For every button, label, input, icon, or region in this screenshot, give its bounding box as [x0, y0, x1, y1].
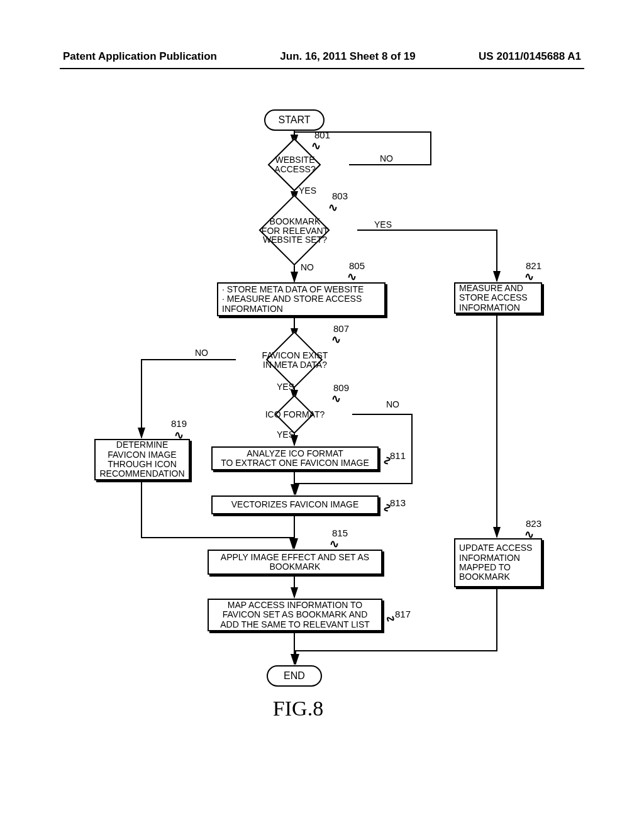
process-811: ANALYZE ICO FORMAT TO EXTRACT ONE FAVICO… — [211, 446, 379, 470]
ref-821: 821 — [526, 260, 541, 271]
ref-809: 809 — [333, 382, 349, 393]
ref-823: 823 — [526, 518, 541, 529]
process-819: DETERMINE FAVICON IMAGE THROUGH ICON REC… — [94, 439, 190, 480]
ref-813: 813 — [390, 497, 406, 508]
tilde-icon: ∿ — [331, 333, 341, 346]
flowchart: START WEBSITE ACCESS? ∿ 801 NO YES BOOKM… — [0, 101, 644, 761]
connectors — [0, 101, 644, 761]
header-rule — [60, 68, 584, 69]
terminal-end-text: END — [284, 671, 305, 681]
edge-label-yes: YES — [299, 185, 316, 196]
edge-label-yes: YES — [277, 382, 294, 392]
process-821: MEASURE AND STORE ACCESS INFORMATION — [454, 282, 542, 314]
tilde-icon: ∿ — [328, 201, 338, 214]
tilde-icon: ∿ — [331, 392, 341, 406]
edge-label-no: NO — [301, 262, 314, 272]
process-815: APPLY IMAGE EFFECT AND SET AS BOOKMARK — [208, 550, 382, 575]
header-center: Jun. 16, 2011 Sheet 8 of 19 — [280, 50, 415, 63]
edge-label-no: NO — [195, 348, 208, 358]
ref-801: 801 — [314, 130, 330, 140]
ref-811: 811 — [390, 450, 406, 461]
decision-809 — [275, 395, 314, 434]
terminal-end: END — [267, 665, 322, 687]
process-817: MAP ACCESS INFORMATION TO FAVICON SET AS… — [208, 599, 382, 631]
terminal-start: START — [264, 109, 325, 131]
page: Patent Application Publication Jun. 16, … — [0, 0, 644, 830]
ref-803: 803 — [332, 191, 348, 201]
tilde-icon: ∿ — [330, 537, 339, 551]
ref-805: 805 — [349, 260, 365, 271]
ref-819: 819 — [171, 418, 187, 429]
edge-label-yes: YES — [277, 429, 294, 440]
header-left: Patent Application Publication — [63, 50, 217, 63]
ref-815: 815 — [332, 528, 348, 538]
tilde-icon: ∿ — [347, 270, 357, 284]
process-805: · STORE META DATA OF WEBSITE · MEASURE A… — [217, 282, 386, 316]
header-right: US 2011/0145688 A1 — [479, 50, 581, 63]
process-823: UPDATE ACCESS INFORMATION MAPPED TO BOOK… — [454, 538, 542, 587]
ref-817: 817 — [395, 609, 411, 619]
process-813: VECTORIZES FAVICON IMAGE — [211, 495, 379, 514]
edge-label-no: NO — [380, 153, 393, 163]
edge-label-no: NO — [386, 399, 399, 409]
terminal-start-text: START — [279, 115, 311, 125]
tilde-icon: ∿ — [311, 139, 321, 153]
decision-807 — [266, 331, 323, 389]
ref-807: 807 — [333, 323, 349, 334]
edge-label-yes: YES — [374, 219, 392, 230]
figure-label: FIG.8 — [260, 697, 336, 721]
decision-803 — [258, 194, 330, 265]
tilde-icon: ∿ — [525, 270, 534, 284]
page-header: Patent Application Publication Jun. 16, … — [0, 50, 644, 63]
